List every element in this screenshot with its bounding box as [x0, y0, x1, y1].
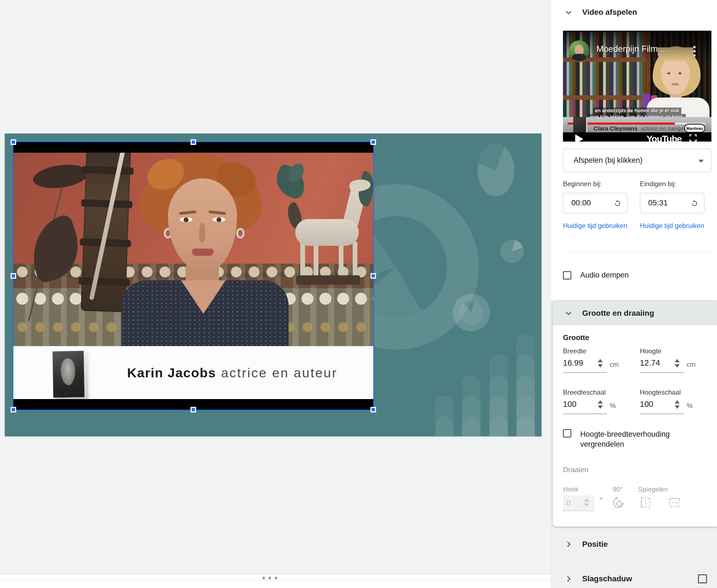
deco-donut-small-wedge: [460, 301, 483, 324]
video-caption: Karin Jacobs actrice en auteur: [97, 346, 368, 399]
selection-handle-n[interactable]: [191, 139, 196, 145]
flip-horizontal-icon: [638, 496, 653, 510]
begin-time-field[interactable]: [563, 193, 628, 213]
height-unit: cm: [687, 361, 696, 369]
caret-down-icon: [699, 160, 704, 163]
height-scale-label: Hoogteschaal: [640, 388, 681, 396]
caption-role: actrice en auteur: [221, 365, 338, 380]
section-title: Positie: [582, 540, 608, 549]
reset-time-icon[interactable]: [690, 199, 699, 208]
flip-label: Spiegelen: [638, 485, 668, 493]
lock-aspect-ratio-label: Hoogte-breedteverhouding vergrendelen: [580, 429, 700, 449]
width-scale-field[interactable]: [563, 400, 607, 409]
slide-canvas: Karin Jacobs actrice en auteur: [0, 0, 551, 588]
deco-bar-1-seg: [435, 416, 454, 436]
begin-label: Beginnen bij:: [563, 180, 602, 188]
play-mode-dropdown[interactable]: Afspelen (bij klikken): [563, 149, 712, 172]
end-time-field[interactable]: [640, 193, 704, 213]
width-input[interactable]: [563, 358, 596, 368]
earring: [236, 228, 244, 238]
deco-bar-3-seg: [490, 416, 508, 436]
caption-name: Karin Jacobs: [127, 365, 216, 380]
width-scale-label: Breedteschaal: [563, 388, 606, 396]
angle-value: 0: [566, 499, 571, 508]
horse-statue: [295, 219, 359, 246]
channel-avatar[interactable]: [569, 40, 589, 61]
speaker-notes-divider[interactable]: [0, 575, 551, 588]
parasol: [31, 161, 90, 191]
book-cover: [53, 351, 85, 398]
selection-handle-sw[interactable]: [10, 407, 16, 413]
height-scale-unit: %: [687, 402, 693, 410]
stepper-arrows-icon[interactable]: [675, 359, 680, 368]
height-scale-input[interactable]: [640, 400, 673, 409]
size-group-label: Grootte: [563, 333, 589, 342]
rotate-90-icon: [611, 496, 626, 510]
selection-handle-e[interactable]: [370, 273, 376, 279]
use-current-time-link-begin[interactable]: Huidige tijd gebruiken: [563, 222, 627, 230]
chevron-down-icon: [564, 8, 573, 17]
height-label: Hoogte: [640, 347, 661, 355]
begin-time-input[interactable]: [571, 198, 605, 207]
use-current-time-link-end[interactable]: Huidige tijd gebruiken: [640, 222, 704, 230]
eyebrow: [179, 210, 197, 215]
width-scale-input[interactable]: [563, 400, 596, 409]
video-preview-thumbnail[interactable]: Moederpijn Film ... en anderzijds de hum…: [563, 31, 712, 142]
selection-handle-se[interactable]: [370, 407, 376, 413]
deco-pie-small: [500, 240, 524, 263]
section-title: Grootte en draaiing: [582, 309, 654, 318]
section-header-size-rotation[interactable]: Grootte en draaiing: [553, 300, 717, 326]
selection-handle-w[interactable]: [10, 273, 16, 279]
three-dot-menu-icon[interactable]: [689, 46, 700, 60]
rotate-group-label: Draaien: [563, 465, 588, 474]
mute-audio-checkbox[interactable]: [563, 271, 571, 279]
stepper-arrows-icon[interactable]: [598, 359, 603, 368]
horse-leg: [314, 241, 319, 279]
deco-pie-ellipse: [477, 144, 514, 196]
position-section-header[interactable]: Positie: [551, 529, 717, 560]
nose: [199, 223, 205, 243]
bookshelf-row: [563, 62, 647, 95]
slide-video[interactable]: Karin Jacobs actrice en auteur: [13, 142, 373, 410]
play-icon[interactable]: [575, 134, 583, 142]
video-caption-strip: Karin Jacobs actrice en auteur: [13, 346, 373, 399]
height-scale-field[interactable]: [640, 400, 684, 409]
play-mode-selected: Afspelen (bij klikken): [573, 156, 643, 165]
section-title: Slagschaduw: [582, 574, 632, 583]
flip-vertical-icon: [668, 496, 682, 510]
selection-handle-s[interactable]: [191, 407, 196, 413]
publisher-logo: Manteau: [684, 124, 705, 133]
width-unit: cm: [610, 361, 619, 369]
eye: [180, 217, 193, 222]
rotate-90-label: 90°: [612, 485, 623, 493]
size-rotation-section: Grootte en draaiing Grootte Breedte Hoog…: [553, 300, 717, 527]
selection-handle-nw[interactable]: [10, 139, 16, 145]
section-title: Video afspelen: [582, 8, 637, 17]
youtube-logo[interactable]: YouTube: [647, 134, 681, 142]
selection-handle-ne[interactable]: [370, 139, 376, 145]
drag-handle-icon[interactable]: [262, 576, 277, 580]
section-header-video-playback[interactable]: Video afspelen: [564, 8, 637, 17]
end-time-input[interactable]: [648, 198, 681, 207]
width-field[interactable]: [563, 358, 607, 368]
video-frame: [13, 153, 373, 346]
slide[interactable]: Karin Jacobs actrice en auteur: [5, 133, 542, 436]
deco-bar-4-seg: [517, 416, 535, 436]
lock-aspect-ratio-checkbox[interactable]: [563, 429, 571, 438]
woman-face: [168, 178, 237, 273]
stepper-arrows-icon[interactable]: [598, 400, 603, 409]
lotus-ornament: [271, 163, 311, 201]
reset-time-icon[interactable]: [613, 199, 622, 208]
subtitle-line: en anderzijds de humor die je er ook: [593, 108, 681, 114]
shadow-toggle-checkbox[interactable]: [698, 574, 707, 583]
shadow-section-header[interactable]: Slagschaduw: [551, 564, 717, 588]
chevron-down-icon: [564, 309, 573, 317]
horse-leg: [339, 241, 344, 279]
height-input[interactable]: [640, 358, 673, 368]
height-field[interactable]: [640, 358, 684, 368]
youtube-video-title[interactable]: Moederpijn Film ...: [596, 44, 668, 54]
stepper-arrows-icon[interactable]: [675, 400, 680, 409]
eye: [213, 217, 225, 222]
lips: [192, 249, 214, 256]
fullscreen-icon[interactable]: [689, 134, 697, 142]
